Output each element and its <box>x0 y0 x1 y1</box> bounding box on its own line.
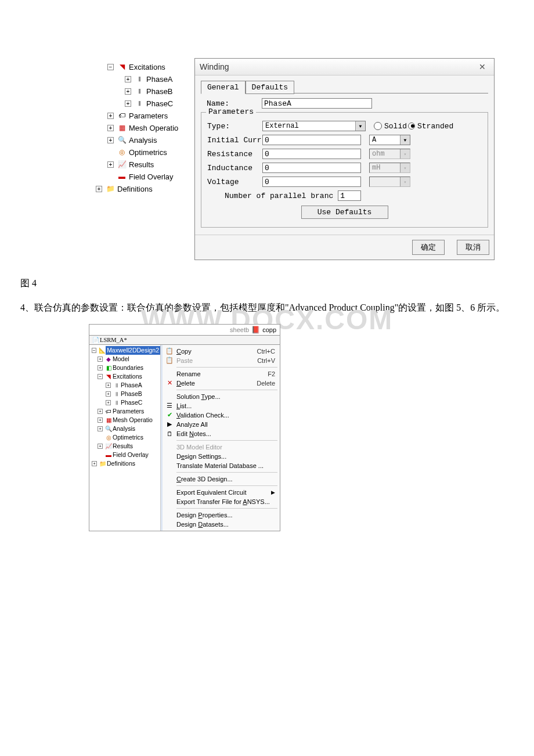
inductance-label: Inductance <box>207 164 262 172</box>
menuitem-design-settings[interactable]: Design Settings... <box>163 452 280 461</box>
tree-node-phaseB-sm[interactable]: +⦀PhaseB <box>89 390 160 398</box>
chevron-down-icon: ▾ <box>400 177 410 186</box>
list-icon: ☰ <box>165 402 174 409</box>
mesh-icon: ▦ <box>104 416 113 424</box>
menuitem-design-datasets[interactable]: Design Datasets... <box>163 520 280 529</box>
tree-node-parameters[interactable]: +🏷Parameters <box>93 110 194 122</box>
initial-current-input[interactable] <box>262 135 361 145</box>
tab-general[interactable]: General <box>201 81 246 94</box>
results-icon: 📈 <box>104 442 113 451</box>
fieldoverlay-icon: ▬ <box>117 171 127 183</box>
notes-icon: 🗒 <box>165 430 174 437</box>
tree-node-mesh[interactable]: +▦Mesh Operatio <box>93 122 194 134</box>
tree-node-optimetrics[interactable]: ◎Optimetrics <box>93 146 194 159</box>
tree-node-fieldoverlay-sm[interactable]: ▬Field Overlay <box>89 451 160 459</box>
tree-node-results-sm[interactable]: +📈Results <box>89 442 160 451</box>
excitation-icon: ◥ <box>117 61 127 73</box>
winding-icon: ⦀ <box>113 398 121 407</box>
model-icon: ◆ <box>104 355 113 363</box>
tree-node-definitions-sm[interactable]: +📁Definitions <box>89 459 160 468</box>
tree-node-excitations-sm[interactable]: −◥Excitations <box>89 372 160 381</box>
design-icon: 📐 <box>98 346 106 355</box>
chevron-down-icon: ▾ <box>400 163 410 172</box>
menuitem-rename[interactable]: RenameF2 <box>163 369 280 379</box>
tree-node-phaseC[interactable]: +⦀PhaseC <box>93 98 194 110</box>
name-label: Name: <box>207 99 262 108</box>
menuitem-create-3d[interactable]: Create 3D Design... <box>163 474 280 484</box>
inductance-input[interactable] <box>262 163 361 173</box>
tree-node-design[interactable]: −📐Maxwell2DDesign2 <box>89 346 160 355</box>
analysis-icon: 🔍 <box>104 424 113 433</box>
tree-node-definitions[interactable]: +📁Definitions <box>93 183 194 195</box>
resistance-input[interactable] <box>262 149 361 159</box>
project-name: LSRM_A* <box>100 337 127 343</box>
menuitem-solution-type[interactable]: Solution Type... <box>163 392 280 401</box>
initial-current-unit[interactable]: A▼ <box>369 135 410 145</box>
menuitem-validation[interactable]: ✔Validation Check... <box>163 411 280 420</box>
boundary-icon: ◧ <box>104 363 113 372</box>
optimetrics-icon: ◎ <box>104 433 113 442</box>
menuitem-list[interactable]: ☰List... <box>163 401 280 411</box>
fieldoverlay-icon: ▬ <box>104 451 113 459</box>
radio-stranded[interactable]: Stranded <box>408 122 453 131</box>
voltage-unit: ▾ <box>369 177 410 187</box>
tree-node-results[interactable]: +📈Results <box>93 159 194 171</box>
tab-strip: GeneralDefaults <box>201 80 488 93</box>
tree-node-boundaries[interactable]: +◧Boundaries <box>89 363 160 372</box>
figure-5-screenshot: sheetb 📕 copp 📄LSRM_A* −📐Maxwell2DDesign… <box>89 324 280 531</box>
project-tree[interactable]: −◥Excitations +⦀PhaseA +⦀PhaseB +⦀PhaseC… <box>93 58 194 195</box>
project-icon: 📄 <box>92 337 100 343</box>
chevron-down-icon: ▼ <box>400 135 410 145</box>
name-input[interactable] <box>262 98 372 109</box>
initial-current-label: Initial Curr <box>207 136 262 145</box>
winding-icon: ⦀ <box>113 381 121 390</box>
winding-icon: ⦀ <box>113 390 121 398</box>
menuitem-delete[interactable]: ✕DeleteDelete <box>163 379 280 388</box>
cancel-button[interactable]: 取消 <box>457 240 489 255</box>
menuitem-export-circuit[interactable]: Export Equivalent Circuit▶ <box>163 488 280 497</box>
resistance-unit: ohm▾ <box>369 149 410 159</box>
tree-node-phaseC-sm[interactable]: +⦀PhaseC <box>89 398 160 407</box>
tab-defaults[interactable]: Defaults <box>246 81 294 94</box>
type-select[interactable]: External▼ <box>262 121 366 131</box>
tree-node-phaseA[interactable]: +⦀PhaseA <box>93 73 194 85</box>
parameters-icon: 🏷 <box>104 407 113 416</box>
menuitem-paste: 📋PasteCtrl+V <box>163 356 280 365</box>
radio-solid[interactable]: Solid <box>374 122 407 131</box>
parameters-icon: 🏷 <box>117 110 127 122</box>
close-icon[interactable]: ✕ <box>475 62 489 71</box>
folder-icon: 📁 <box>105 183 116 195</box>
tree-node-mesh-sm[interactable]: +▦Mesh Operatio <box>89 416 160 424</box>
folder-icon: 📁 <box>99 459 107 468</box>
tree-node-phaseA-sm[interactable]: +⦀PhaseA <box>89 381 160 390</box>
ok-button[interactable]: 确定 <box>412 240 445 255</box>
menuitem-copy[interactable]: 📋CCopyopyCtrl+C <box>163 347 280 356</box>
analysis-icon: 🔍 <box>117 134 127 146</box>
figure-4-caption: 图 4 <box>20 278 517 290</box>
menuitem-translate-db[interactable]: Translate Material Database ... <box>163 461 280 470</box>
menuitem-export-ansys[interactable]: Export Transfer File for ANSYS... <box>163 497 280 506</box>
tree-node-fieldoverlays[interactable]: ▬Field Overlay <box>93 171 194 183</box>
use-defaults-button[interactable]: Use Defaults <box>301 206 388 219</box>
tree-node-parameters-sm[interactable]: +🏷Parameters <box>89 407 160 416</box>
tree-node-excitations[interactable]: −◥Excitations <box>93 61 194 73</box>
delete-icon: ✕ <box>165 379 174 387</box>
type-label: Type: <box>207 122 262 131</box>
tree-node-analysis[interactable]: +🔍Analysis <box>93 134 194 146</box>
parallel-branch-input[interactable] <box>338 190 361 201</box>
project-tree-small[interactable]: −📐Maxwell2DDesign2 +◆Model +◧Boundaries … <box>89 345 161 531</box>
menuitem-edit-notes[interactable]: 🗒Edit Notes... <box>163 429 280 438</box>
tree-node-analysis-sm[interactable]: +🔍Analysis <box>89 424 160 433</box>
optimetrics-icon: ◎ <box>117 146 127 159</box>
tree-node-model[interactable]: +◆Model <box>89 355 160 363</box>
analyze-icon: ▶ <box>165 420 174 428</box>
menuitem-design-properties[interactable]: Design Properties... <box>163 510 280 520</box>
winding-dialog: Winding ✕ GeneralDefaults Name: Paramete… <box>194 58 495 260</box>
context-menu: 📋CCopyopyCtrl+C 📋PasteCtrl+V RenameF2 ✕D… <box>161 345 280 531</box>
tree-node-phaseB[interactable]: +⦀PhaseB <box>93 85 194 98</box>
chevron-down-icon: ▼ <box>355 121 365 131</box>
voltage-input[interactable] <box>262 177 361 187</box>
winding-icon: ⦀ <box>134 73 145 85</box>
menuitem-analyze-all[interactable]: ▶Analyze All <box>163 420 280 429</box>
tree-node-optimetrics-sm[interactable]: ◎Optimetrics <box>89 433 160 442</box>
